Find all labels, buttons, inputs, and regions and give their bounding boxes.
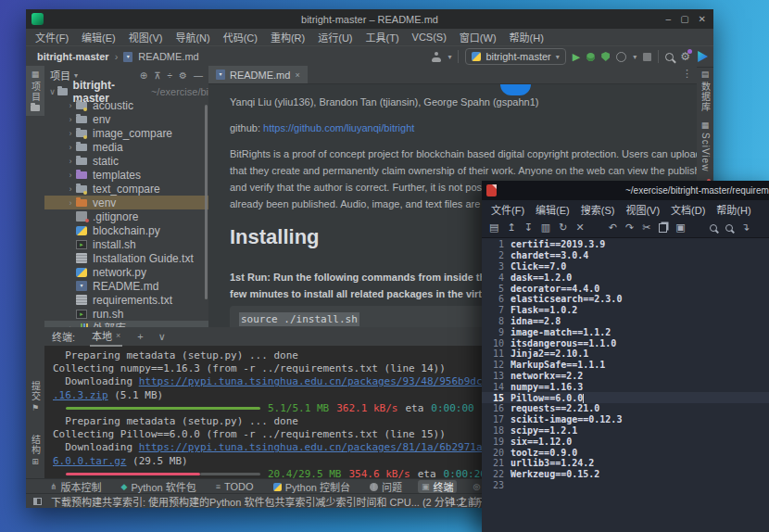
minimize-button[interactable]: – <box>666 14 672 24</box>
code-line[interactable]: 6 elasticsearch==2.3.0 <box>482 294 769 305</box>
bottom-bar-item[interactable]: ! 问题 <box>366 480 406 493</box>
breadcrumb-file[interactable]: README.md <box>138 51 198 62</box>
menu-item[interactable]: 重构(R) <box>271 30 305 44</box>
code-line[interactable]: 4 dask==1.2.0 <box>482 272 769 283</box>
tree-item[interactable]: › acoustic <box>44 98 208 112</box>
stop-button[interactable] <box>643 53 651 61</box>
toggle-tool-stripes-icon[interactable] <box>33 498 42 505</box>
code-line[interactable]: 22 Werkzeug==0.15.2 <box>482 469 769 480</box>
bottom-bar-item[interactable]: ≡ TODO <box>212 480 258 493</box>
close-button[interactable]: ✕ <box>699 14 706 24</box>
paste-icon[interactable]: ▣ <box>675 222 685 233</box>
bottom-bar-item[interactable]: Python 控制台 <box>270 480 354 493</box>
breadcrumb-project[interactable]: bitright-master <box>37 51 109 62</box>
revert-icon[interactable]: ↻ <box>559 222 567 233</box>
hide-panel-icon[interactable]: — <box>194 70 203 81</box>
menu-item[interactable]: 运行(U) <box>318 30 352 44</box>
tree-item[interactable]: .gitignore <box>44 209 208 223</box>
settings-gear-icon[interactable]: ⚙ <box>680 51 690 62</box>
panel-settings-icon[interactable]: ⚙ <box>179 70 187 81</box>
menu-item[interactable]: 文件(F) <box>35 30 69 44</box>
tree-item[interactable]: › venv <box>44 196 208 209</box>
new-file-icon[interactable]: ▤ <box>489 222 498 233</box>
open-file-icon[interactable]: ↥ <box>507 222 515 233</box>
editor-options-icon[interactable]: ⋮ <box>682 68 692 80</box>
code-line[interactable]: 23 <box>482 480 769 491</box>
tree-item[interactable]: Installation Guide.txt <box>44 251 208 265</box>
tree-item[interactable]: › media <box>44 140 208 154</box>
menu-item[interactable]: 帮助(H) <box>510 30 544 44</box>
download-url-link[interactable]: .16.3.zip <box>53 389 108 401</box>
code-line[interactable]: 9 image-match==1.1.2 <box>482 326 769 337</box>
caret-position[interactable]: 1:1 <box>450 496 464 507</box>
editor-tab-readme[interactable]: README.md × <box>208 66 308 83</box>
tree-item[interactable]: README.md <box>44 279 208 293</box>
menu-item[interactable]: 代码(C) <box>223 30 258 44</box>
user-dropdown-icon[interactable]: ▾ <box>448 53 451 61</box>
tree-item[interactable]: run.sh <box>44 307 208 321</box>
copy-icon[interactable] <box>659 223 667 233</box>
user-icon[interactable] <box>432 52 441 62</box>
code-line[interactable]: 7 Flask==1.0.2 <box>482 305 769 316</box>
menu-item[interactable]: 搜索(S) <box>581 202 615 217</box>
close-file-icon[interactable]: ✕ <box>575 222 584 233</box>
code-line[interactable]: 20 toolz==0.9.0 <box>482 447 769 458</box>
terminal-tab-local[interactable]: 本地 × <box>90 326 122 347</box>
new-terminal-icon[interactable]: + <box>137 331 143 342</box>
requirements-text-area[interactable]: 1 certifi==2019.3.9 2 chardet==3.0.4 3 C… <box>482 237 769 532</box>
debug-button[interactable] <box>586 53 595 61</box>
expand-chevron[interactable]: › <box>65 171 76 180</box>
tree-item[interactable]: blockchain.py <box>44 223 208 237</box>
profiler-button[interactable] <box>616 52 626 62</box>
code-line[interactable]: 14 numpy==1.16.3 <box>482 381 769 392</box>
expand-chevron[interactable]: › <box>65 143 76 152</box>
status-message[interactable]: 下载预构建共享索引: 使用预构建的Python 软件包共享索引减少索引时间和 C… <box>51 494 481 509</box>
code-line[interactable]: 17 scikit-image==0.12.3 <box>482 414 769 425</box>
close-tab-icon[interactable]: × <box>116 331 120 340</box>
menu-item[interactable]: 窗口(W) <box>460 30 497 44</box>
menu-item[interactable]: 视图(V) <box>625 202 660 217</box>
code-line[interactable]: 18 scipy==1.2.1 <box>482 425 769 437</box>
bottom-bar-item[interactable]: ⋔ 版本控制 <box>46 480 106 493</box>
collapse-all-icon[interactable]: ÷ <box>168 70 173 81</box>
find-replace-icon[interactable] <box>725 224 733 232</box>
menu-item[interactable]: 导航(N) <box>175 30 209 44</box>
menu-item[interactable]: 工具(T) <box>366 30 399 44</box>
expand-chevron[interactable]: › <box>65 157 76 166</box>
menu-item[interactable]: VCS(S) <box>412 32 447 43</box>
profiler-dropdown-icon[interactable]: ▾ <box>633 53 637 61</box>
code-line[interactable]: 10 itsdangerous==1.1.0 <box>482 337 769 348</box>
project-panel-title[interactable]: 项目 <box>50 68 70 82</box>
download-url-link[interactable]: 6.0.0.tar.gz <box>53 455 126 467</box>
code-line[interactable]: 11 Jinja2==2.10.1 <box>482 348 769 360</box>
menu-item[interactable]: 视图(V) <box>129 30 163 44</box>
tool-button-project[interactable]: ▦ 项目 <box>26 66 44 116</box>
tree-item[interactable]: › static <box>44 154 208 168</box>
ide-logo-icon[interactable] <box>697 51 708 62</box>
code-line[interactable]: 12 MarkupSafe==1.1.1 <box>482 360 769 371</box>
tree-item[interactable]: › text_compare <box>44 182 208 196</box>
code-line[interactable]: 1 certifi==2019.3.9 <box>482 239 769 250</box>
menu-item[interactable]: 编辑(E) <box>536 202 570 217</box>
tool-button-database[interactable]: ▤ 数据库 <box>697 66 713 117</box>
maximize-button[interactable]: ▢ <box>680 14 688 24</box>
tool-button-structure[interactable]: 结构 ⊞ <box>26 430 44 471</box>
tree-item[interactable]: install.sh <box>44 237 208 251</box>
expand-all-icon[interactable]: ⊼ <box>154 70 160 81</box>
menu-item[interactable]: 文档(D) <box>671 202 705 217</box>
expand-chevron[interactable]: › <box>65 101 76 110</box>
code-line[interactable]: 5 decorator==4.4.0 <box>482 283 769 294</box>
code-line[interactable]: 3 Click==7.0 <box>482 261 769 272</box>
menu-item[interactable]: 编辑(E) <box>82 30 116 44</box>
menu-item[interactable]: 文件(F) <box>491 202 524 217</box>
tree-item[interactable]: › 外部库 <box>44 321 208 327</box>
github-link[interactable]: https://github.com/liuyanqi/bitright <box>263 122 414 133</box>
tree-root-item[interactable]: ∨ bitright-master ~/exercise/bi <box>44 84 208 98</box>
tree-item[interactable]: › image_compare <box>44 126 208 140</box>
goto-line-icon[interactable]: ↴ <box>741 222 750 233</box>
text-editor-titlebar[interactable]: ~/exercise/bitright-master/requirements <box>482 181 769 200</box>
tree-item[interactable]: network.py <box>44 265 208 279</box>
expand-chevron[interactable]: › <box>65 198 76 208</box>
expand-chevron[interactable]: › <box>65 129 76 138</box>
undo-icon[interactable]: ↶ <box>609 222 617 233</box>
